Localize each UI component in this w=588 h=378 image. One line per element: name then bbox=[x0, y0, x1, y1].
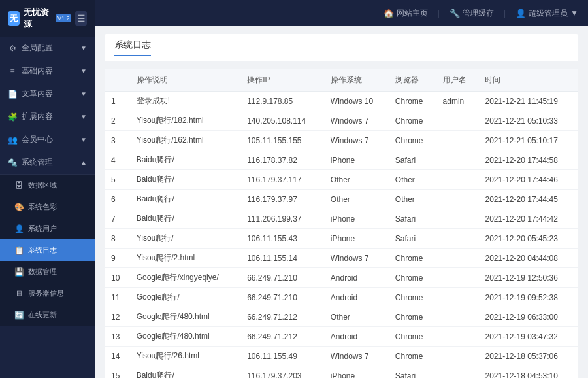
sidebar-item-quanju[interactable]: ⚙ 全局配置 ▼ bbox=[0, 37, 95, 60]
cell-action: Google爬行/480.html bbox=[130, 327, 240, 347]
cell-browser: Other bbox=[389, 170, 436, 190]
cell-browser: Chrome bbox=[389, 249, 436, 268]
sidebar-item-fuwuqi[interactable]: 🖥 服务器信息 bbox=[0, 283, 95, 304]
sidebar-item-xitongrizhi[interactable]: 📋 系统日志 bbox=[0, 239, 95, 261]
cell-time: 2021-12-20 17:44:46 bbox=[478, 170, 578, 190]
cell-action: Yisou爬行/182.html bbox=[130, 111, 240, 131]
cell-user bbox=[436, 229, 479, 249]
app-name: 无忧资源 bbox=[24, 7, 50, 30]
cell-browser: Chrome bbox=[389, 131, 436, 150]
sidebar-item-shujuguanli-label: 数据管理 bbox=[28, 267, 57, 277]
cell-id: 8 bbox=[105, 229, 130, 249]
gear-icon: ⚙ bbox=[8, 44, 17, 53]
sidebar-item-zaixian[interactable]: 🔄 在线更新 bbox=[0, 304, 95, 326]
sidebar-item-wenzhang[interactable]: 📄 文章内容 ▼ bbox=[0, 82, 95, 105]
topbar-admin-label: 超级管理员 bbox=[529, 8, 568, 19]
log-icon: 📋 bbox=[14, 246, 24, 255]
cell-browser: Safari bbox=[389, 150, 436, 170]
cell-time: 2021-12-19 03:47:32 bbox=[478, 327, 578, 347]
cell-browser: Chrome bbox=[389, 268, 436, 288]
topbar-manage-label: 管理缓存 bbox=[463, 8, 494, 19]
cell-os: Other bbox=[324, 170, 389, 190]
cell-browser: Chrome bbox=[389, 111, 436, 131]
cell-os: Windows 7 bbox=[324, 347, 389, 366]
cell-time: 2021-12-20 17:44:42 bbox=[478, 209, 578, 229]
cell-id: 7 bbox=[105, 209, 130, 229]
cell-action: Baidu爬行/ bbox=[130, 170, 240, 190]
cell-user bbox=[436, 366, 479, 379]
cell-id: 3 bbox=[105, 131, 130, 150]
cell-action: Google爬行/480.html bbox=[130, 307, 240, 327]
extend-icon: 🧩 bbox=[8, 112, 17, 122]
cell-time: 2021-12-21 11:45:19 bbox=[478, 92, 578, 111]
cell-os: Android bbox=[324, 327, 389, 347]
cell-browser: Chrome bbox=[389, 307, 436, 327]
cell-id: 15 bbox=[105, 366, 130, 379]
chevron-down-icon: ▼ bbox=[80, 90, 87, 97]
sidebar-item-shujuguanli[interactable]: 💾 数据管理 bbox=[0, 261, 95, 283]
cell-os: Windows 7 bbox=[324, 131, 389, 150]
cell-id: 13 bbox=[105, 327, 130, 347]
sidebar-item-shujuqv-label: 数据区域 bbox=[28, 180, 57, 190]
chevron-down-icon: ▼ bbox=[80, 44, 87, 52]
topbar-divider: | bbox=[438, 9, 440, 18]
sidebar-item-xitongse[interactable]: 🎨 系统色彩 bbox=[0, 196, 95, 218]
cell-id: 12 bbox=[105, 307, 130, 327]
cell-ip: 116.179.37.97 bbox=[240, 190, 324, 209]
cell-id: 10 bbox=[105, 268, 130, 288]
table-row: 12 Google爬行/480.html 66.249.71.212 Other… bbox=[105, 307, 578, 327]
cell-time: 2021-12-18 04:53:10 bbox=[478, 366, 578, 379]
col-os: 操作系统 bbox=[324, 69, 389, 92]
cell-ip: 66.249.71.212 bbox=[240, 327, 324, 347]
sidebar-item-jichu[interactable]: ≡ 基础内容 ▼ bbox=[0, 60, 95, 82]
sidebar-item-xitong[interactable]: 🔩 系统管理 ▲ bbox=[0, 151, 95, 174]
update-icon: 🔄 bbox=[14, 311, 24, 320]
sidebar-item-xitongrizhi-label: 系统日志 bbox=[28, 245, 57, 255]
page-header: 系统日志 bbox=[105, 34, 578, 61]
home-icon: 🏠 bbox=[384, 9, 394, 18]
sidebar-item-shujuqv[interactable]: 🗄 数据区域 bbox=[0, 175, 95, 196]
cell-id: 6 bbox=[105, 190, 130, 209]
col-time: 时间 bbox=[478, 69, 578, 92]
sidebar-item-xitonguser[interactable]: 👤 系统用户 bbox=[0, 218, 95, 239]
settings-icon: 🔩 bbox=[8, 158, 17, 167]
table-row: 8 Yisou爬行/ 106.11.155.43 iPhone Safari 2… bbox=[105, 229, 578, 249]
cell-os: iPhone bbox=[324, 150, 389, 170]
cell-os: Windows 7 bbox=[324, 111, 389, 131]
page-title: 系统日志 bbox=[114, 39, 151, 56]
cell-ip: 140.205.108.114 bbox=[240, 111, 324, 131]
cell-time: 2021-12-21 05:10:17 bbox=[478, 131, 578, 150]
sidebar-item-kuozhan[interactable]: 🧩 扩展内容 ▼ bbox=[0, 105, 95, 128]
cell-browser: Chrome bbox=[389, 347, 436, 366]
menu-toggle[interactable]: ☰ bbox=[75, 11, 87, 26]
cell-action: Yisou爬行/162.html bbox=[130, 131, 240, 150]
table-row: 3 Yisou爬行/162.html 105.11.155.155 Window… bbox=[105, 131, 578, 150]
cell-ip: 66.249.71.212 bbox=[240, 307, 324, 327]
cell-os: iPhone bbox=[324, 209, 389, 229]
sidebar-item-huiyuan-label: 会员中心 bbox=[22, 134, 53, 145]
cell-ip: 106.11.155.49 bbox=[240, 347, 324, 366]
cell-time: 2021-12-18 05:37:06 bbox=[478, 347, 578, 366]
cell-time: 2021-12-20 17:44:45 bbox=[478, 190, 578, 209]
sidebar-logo: 无 无忧资源 V1.2 ☰ bbox=[0, 0, 95, 37]
topbar-admin[interactable]: 👤 超级管理员 ▼ bbox=[515, 8, 578, 19]
cell-browser: Safari bbox=[389, 209, 436, 229]
table-body: 1 登录成功! 112.9.178.85 Windows 10 Chrome a… bbox=[105, 92, 578, 379]
cell-browser: Other bbox=[389, 190, 436, 209]
cell-os: Other bbox=[324, 307, 389, 327]
user-icon: 👤 bbox=[14, 224, 24, 233]
cell-os: Other bbox=[324, 190, 389, 209]
cell-action: 登录成功! bbox=[130, 92, 240, 111]
cell-ip: 116.179.37.117 bbox=[240, 170, 324, 190]
cell-action: Google爬行/ bbox=[130, 288, 240, 307]
cell-action: Baidu爬行/ bbox=[130, 366, 240, 379]
cell-user bbox=[436, 327, 479, 347]
topbar-home[interactable]: 🏠 网站主页 bbox=[384, 8, 428, 19]
sidebar-item-huiyuan[interactable]: 👥 会员中心 ▼ bbox=[0, 128, 95, 151]
table-row: 11 Google爬行/ 66.249.71.210 Android Chrom… bbox=[105, 288, 578, 307]
list-icon: ≡ bbox=[8, 67, 17, 76]
cell-os: iPhone bbox=[324, 229, 389, 249]
topbar-manage[interactable]: 🔧 管理缓存 bbox=[449, 8, 494, 19]
cell-action: Baidu爬行/ bbox=[130, 190, 240, 209]
cell-user bbox=[436, 111, 479, 131]
